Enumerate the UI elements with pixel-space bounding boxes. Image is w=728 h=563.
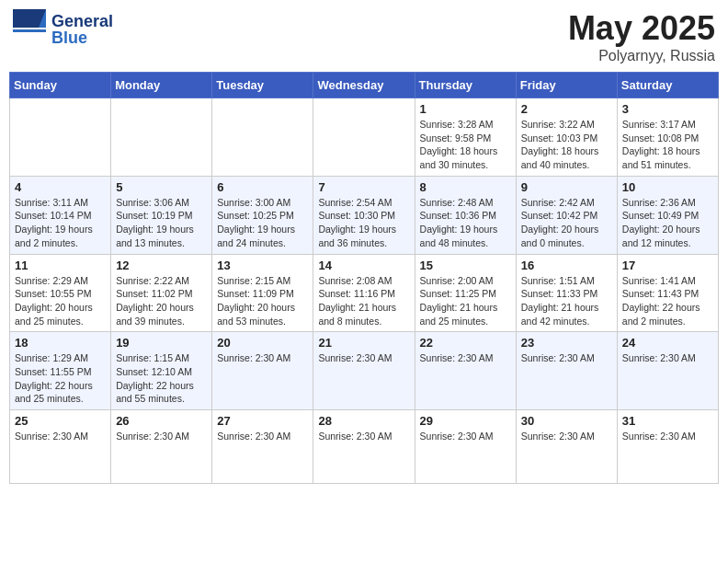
calendar-title: May 2025 bbox=[568, 9, 715, 48]
calendar-table: SundayMondayTuesdayWednesdayThursdayFrid… bbox=[9, 72, 719, 484]
day-info: Sunrise: 2:30 AM bbox=[318, 351, 409, 365]
calendar-day-cell bbox=[212, 98, 313, 177]
day-info: Sunrise: 2:30 AM bbox=[420, 430, 511, 443]
day-of-week-header: Friday bbox=[516, 73, 617, 98]
day-number: 17 bbox=[622, 259, 713, 272]
calendar-day-cell: 17Sunrise: 1:41 AM Sunset: 11:43 PM Dayl… bbox=[617, 254, 718, 332]
day-number: 20 bbox=[217, 336, 308, 350]
calendar-day-cell: 18Sunrise: 1:29 AM Sunset: 11:55 PM Dayl… bbox=[10, 332, 111, 410]
calendar-day-cell: 6Sunrise: 3:00 AM Sunset: 10:25 PM Dayli… bbox=[212, 176, 313, 254]
day-of-week-header: Tuesday bbox=[212, 73, 313, 98]
day-number: 22 bbox=[420, 336, 511, 350]
day-number: 28 bbox=[318, 414, 409, 428]
calendar-day-cell: 7Sunrise: 2:54 AM Sunset: 10:30 PM Dayli… bbox=[313, 176, 415, 254]
day-number: 30 bbox=[521, 414, 612, 428]
calendar-day-cell: 27Sunrise: 2:30 AM bbox=[212, 410, 313, 484]
logo-line1: General bbox=[51, 13, 113, 29]
day-number: 7 bbox=[318, 180, 409, 194]
day-number: 18 bbox=[15, 336, 106, 350]
day-of-week-header: Thursday bbox=[415, 73, 516, 98]
calendar-day-cell: 25Sunrise: 2:30 AM bbox=[10, 410, 111, 484]
calendar-day-cell: 1Sunrise: 3:28 AM Sunset: 9:58 PM Daylig… bbox=[415, 98, 516, 177]
calendar-day-cell: 31Sunrise: 2:30 AM bbox=[617, 410, 718, 484]
day-info: Sunrise: 2:36 AM Sunset: 10:49 PM Daylig… bbox=[622, 196, 713, 250]
day-info: Sunrise: 2:48 AM Sunset: 10:36 PM Daylig… bbox=[420, 196, 511, 250]
day-info: Sunrise: 2:08 AM Sunset: 11:16 PM Daylig… bbox=[318, 274, 409, 328]
calendar-day-cell: 23Sunrise: 2:30 AM bbox=[516, 332, 617, 410]
calendar-day-cell: 12Sunrise: 2:22 AM Sunset: 11:02 PM Dayl… bbox=[111, 254, 212, 332]
day-number: 9 bbox=[521, 180, 612, 194]
calendar-day-cell: 22Sunrise: 2:30 AM bbox=[415, 332, 516, 410]
calendar-day-cell: 5Sunrise: 3:06 AM Sunset: 10:19 PM Dayli… bbox=[111, 176, 212, 254]
day-info: Sunrise: 2:30 AM bbox=[521, 430, 612, 443]
day-number: 8 bbox=[420, 180, 511, 194]
day-number: 2 bbox=[521, 102, 612, 116]
svg-rect-2 bbox=[13, 29, 46, 32]
calendar-day-cell: 11Sunrise: 2:29 AM Sunset: 10:55 PM Dayl… bbox=[10, 254, 111, 332]
calendar-header-row: SundayMondayTuesdayWednesdayThursdayFrid… bbox=[10, 73, 719, 98]
day-info: Sunrise: 3:28 AM Sunset: 9:58 PM Dayligh… bbox=[420, 118, 511, 172]
calendar-day-cell: 8Sunrise: 2:48 AM Sunset: 10:36 PM Dayli… bbox=[415, 176, 516, 254]
day-number: 21 bbox=[318, 336, 409, 350]
calendar-day-cell: 13Sunrise: 2:15 AM Sunset: 11:09 PM Dayl… bbox=[212, 254, 313, 332]
calendar-week-row: 1Sunrise: 3:28 AM Sunset: 9:58 PM Daylig… bbox=[10, 98, 719, 177]
day-info: Sunrise: 1:51 AM Sunset: 11:33 PM Daylig… bbox=[521, 274, 612, 328]
day-info: Sunrise: 1:41 AM Sunset: 11:43 PM Daylig… bbox=[622, 274, 713, 328]
calendar-day-cell: 10Sunrise: 2:36 AM Sunset: 10:49 PM Dayl… bbox=[617, 176, 718, 254]
day-of-week-header: Saturday bbox=[617, 73, 718, 98]
day-number: 23 bbox=[521, 336, 612, 350]
calendar-day-cell: 16Sunrise: 1:51 AM Sunset: 11:33 PM Dayl… bbox=[516, 254, 617, 332]
day-number: 25 bbox=[15, 414, 106, 428]
calendar-week-row: 11Sunrise: 2:29 AM Sunset: 10:55 PM Dayl… bbox=[10, 254, 719, 332]
day-info: Sunrise: 2:30 AM bbox=[217, 430, 308, 443]
calendar-day-cell bbox=[111, 98, 212, 177]
day-info: Sunrise: 3:17 AM Sunset: 10:08 PM Daylig… bbox=[622, 118, 713, 172]
day-number: 3 bbox=[622, 102, 713, 116]
day-number: 13 bbox=[217, 259, 308, 272]
calendar-day-cell: 19Sunrise: 1:15 AM Sunset: 12:10 AM Dayl… bbox=[111, 332, 212, 410]
logo-icon bbox=[13, 9, 48, 50]
calendar-day-cell: 30Sunrise: 2:30 AM bbox=[516, 410, 617, 484]
day-info: Sunrise: 2:30 AM bbox=[521, 351, 612, 365]
calendar-location: Polyarnyy, Russia bbox=[568, 48, 715, 64]
day-info: Sunrise: 2:30 AM bbox=[318, 430, 409, 443]
day-of-week-header: Monday bbox=[111, 73, 212, 98]
calendar-day-cell bbox=[313, 98, 415, 177]
calendar-day-cell: 24Sunrise: 2:30 AM bbox=[617, 332, 718, 410]
day-info: Sunrise: 2:30 AM bbox=[15, 430, 106, 443]
day-of-week-header: Sunday bbox=[10, 73, 111, 98]
day-info: Sunrise: 2:29 AM Sunset: 10:55 PM Daylig… bbox=[15, 274, 106, 328]
day-info: Sunrise: 3:11 AM Sunset: 10:14 PM Daylig… bbox=[15, 196, 106, 250]
logo-line2: Blue bbox=[51, 29, 113, 46]
day-number: 29 bbox=[420, 414, 511, 428]
day-info: Sunrise: 2:42 AM Sunset: 10:42 PM Daylig… bbox=[521, 196, 612, 250]
day-info: Sunrise: 3:22 AM Sunset: 10:03 PM Daylig… bbox=[521, 118, 612, 172]
day-number: 27 bbox=[217, 414, 308, 428]
day-number: 12 bbox=[116, 259, 207, 272]
calendar-day-cell bbox=[10, 98, 111, 177]
calendar-day-cell: 15Sunrise: 2:00 AM Sunset: 11:25 PM Dayl… bbox=[415, 254, 516, 332]
day-number: 1 bbox=[420, 102, 511, 116]
day-info: Sunrise: 2:30 AM bbox=[622, 430, 713, 443]
calendar-day-cell: 3Sunrise: 3:17 AM Sunset: 10:08 PM Dayli… bbox=[617, 98, 718, 177]
day-info: Sunrise: 2:54 AM Sunset: 10:30 PM Daylig… bbox=[318, 196, 409, 250]
day-number: 4 bbox=[15, 180, 106, 194]
day-number: 31 bbox=[622, 414, 713, 428]
day-number: 26 bbox=[116, 414, 207, 428]
day-number: 6 bbox=[217, 180, 308, 194]
day-number: 24 bbox=[622, 336, 713, 350]
calendar-day-cell: 14Sunrise: 2:08 AM Sunset: 11:16 PM Dayl… bbox=[313, 254, 415, 332]
calendar-week-row: 18Sunrise: 1:29 AM Sunset: 11:55 PM Dayl… bbox=[10, 332, 719, 410]
logo: General Blue bbox=[13, 9, 113, 50]
calendar-day-cell: 2Sunrise: 3:22 AM Sunset: 10:03 PM Dayli… bbox=[516, 98, 617, 177]
day-number: 14 bbox=[318, 259, 409, 272]
day-info: Sunrise: 1:29 AM Sunset: 11:55 PM Daylig… bbox=[15, 351, 106, 406]
title-block: May 2025 Polyarnyy, Russia bbox=[568, 9, 715, 64]
calendar-day-cell: 29Sunrise: 2:30 AM bbox=[415, 410, 516, 484]
day-info: Sunrise: 2:30 AM bbox=[116, 430, 207, 443]
day-number: 16 bbox=[521, 259, 612, 272]
calendar-day-cell: 4Sunrise: 3:11 AM Sunset: 10:14 PM Dayli… bbox=[10, 176, 111, 254]
day-info: Sunrise: 1:15 AM Sunset: 12:10 AM Daylig… bbox=[116, 351, 207, 406]
day-number: 5 bbox=[116, 180, 207, 194]
calendar-day-cell: 9Sunrise: 2:42 AM Sunset: 10:42 PM Dayli… bbox=[516, 176, 617, 254]
